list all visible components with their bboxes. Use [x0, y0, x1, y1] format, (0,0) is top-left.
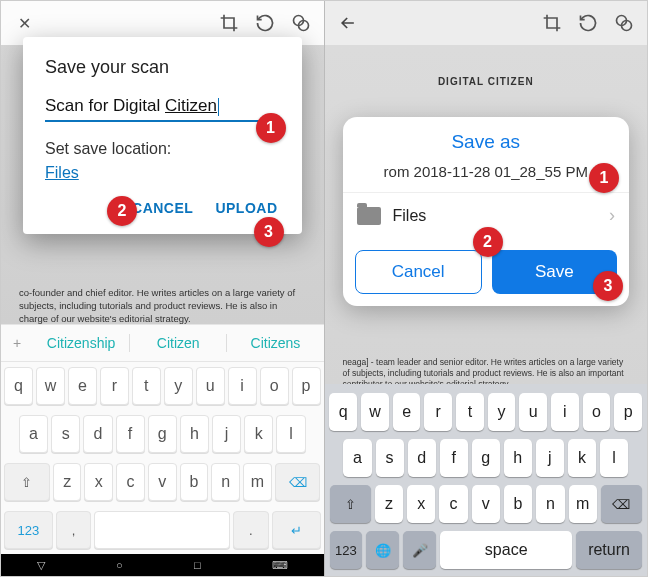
key-row-1: qwertyuiop: [1, 362, 324, 410]
chevron-right-icon: ›: [609, 205, 615, 226]
home-nav-icon[interactable]: ○: [116, 559, 123, 571]
key-x[interactable]: x: [84, 463, 113, 501]
key-l[interactable]: l: [600, 439, 628, 477]
key-o[interactable]: o: [260, 367, 289, 405]
rotate-icon[interactable]: [254, 12, 276, 34]
key-e[interactable]: e: [68, 367, 97, 405]
key-t[interactable]: t: [132, 367, 161, 405]
badge-3: 3: [593, 271, 623, 301]
key-h[interactable]: h: [180, 415, 209, 453]
key-w[interactable]: w: [361, 393, 389, 431]
backspace-key[interactable]: ⌫: [275, 463, 321, 501]
key-l[interactable]: l: [276, 415, 305, 453]
recent-nav-icon[interactable]: □: [194, 559, 201, 571]
key-f[interactable]: f: [440, 439, 468, 477]
key-z[interactable]: z: [375, 485, 403, 523]
key-u[interactable]: u: [196, 367, 225, 405]
key-f[interactable]: f: [116, 415, 145, 453]
key-d[interactable]: d: [408, 439, 436, 477]
backspace-key[interactable]: ⌫: [601, 485, 642, 523]
shift-key[interactable]: ⇧: [4, 463, 50, 501]
key-a[interactable]: a: [19, 415, 48, 453]
key-h[interactable]: h: [504, 439, 532, 477]
suggestion-3[interactable]: Citizens: [227, 335, 323, 351]
key-x[interactable]: x: [407, 485, 435, 523]
key-s[interactable]: s: [376, 439, 404, 477]
key-p[interactable]: p: [292, 367, 321, 405]
key-v[interactable]: v: [148, 463, 177, 501]
key-s[interactable]: s: [51, 415, 80, 453]
key-j[interactable]: j: [212, 415, 241, 453]
cancel-button[interactable]: Cancel: [355, 250, 482, 294]
suggestion-2[interactable]: Citizen: [130, 335, 226, 351]
numbers-key[interactable]: 123: [330, 531, 363, 569]
mic-key[interactable]: 🎤: [403, 531, 436, 569]
key-c[interactable]: c: [439, 485, 467, 523]
key-a[interactable]: a: [343, 439, 371, 477]
key-t[interactable]: t: [456, 393, 484, 431]
space-key[interactable]: [94, 511, 230, 549]
key-i[interactable]: i: [228, 367, 257, 405]
key-b[interactable]: b: [180, 463, 209, 501]
key-b[interactable]: b: [504, 485, 532, 523]
suggestion-1[interactable]: Citizenship: [33, 335, 129, 351]
space-key[interactable]: space: [440, 531, 572, 569]
rotate-icon[interactable]: [577, 12, 599, 34]
key-r[interactable]: r: [100, 367, 129, 405]
upload-button[interactable]: UPLOAD: [215, 200, 277, 216]
key-z[interactable]: z: [53, 463, 82, 501]
filter-icon[interactable]: [613, 12, 635, 34]
crop-icon[interactable]: [541, 12, 563, 34]
key-k[interactable]: k: [568, 439, 596, 477]
key-y[interactable]: y: [488, 393, 516, 431]
key-w[interactable]: w: [36, 367, 65, 405]
numbers-key[interactable]: 123: [4, 511, 53, 549]
key-i[interactable]: i: [551, 393, 579, 431]
period-key[interactable]: .: [233, 511, 268, 549]
key-d[interactable]: d: [83, 415, 112, 453]
android-navbar: ▽ ○ □ ⌨: [1, 554, 324, 576]
shift-key[interactable]: ⇧: [330, 485, 371, 523]
key-v[interactable]: v: [472, 485, 500, 523]
cancel-button[interactable]: CANCEL: [132, 200, 193, 216]
filename-input[interactable]: Scan for Digital Citizen: [45, 96, 280, 122]
badge-2: 2: [473, 227, 503, 257]
files-link[interactable]: Files: [45, 164, 79, 182]
key-row-4: 123 🌐 🎤 space return: [328, 527, 645, 573]
key-r[interactable]: r: [424, 393, 452, 431]
key-m[interactable]: m: [569, 485, 597, 523]
key-g[interactable]: g: [148, 415, 177, 453]
return-key[interactable]: return: [576, 531, 642, 569]
key-q[interactable]: q: [4, 367, 33, 405]
suggestion-plus[interactable]: +: [1, 335, 33, 351]
back-nav-icon[interactable]: ▽: [37, 559, 45, 572]
enter-key[interactable]: ↵: [272, 511, 321, 549]
badge-2: 2: [107, 196, 137, 226]
key-j[interactable]: j: [536, 439, 564, 477]
filter-icon[interactable]: [290, 12, 312, 34]
key-n[interactable]: n: [211, 463, 240, 501]
keyboard-nav-icon[interactable]: ⌨: [272, 559, 288, 572]
back-icon[interactable]: [337, 12, 359, 34]
android-keyboard: + Citizenship Citizen Citizens qwertyuio…: [1, 324, 324, 554]
close-icon[interactable]: ✕: [13, 12, 35, 34]
key-g[interactable]: g: [472, 439, 500, 477]
crop-icon[interactable]: [218, 12, 240, 34]
key-e[interactable]: e: [393, 393, 421, 431]
filename-display[interactable]: rom 2018-11-28 01_28_55 PM: [343, 157, 630, 192]
key-u[interactable]: u: [519, 393, 547, 431]
key-q[interactable]: q: [329, 393, 357, 431]
key-p[interactable]: p: [614, 393, 642, 431]
dialog-title: Save your scan: [45, 57, 280, 78]
key-y[interactable]: y: [164, 367, 193, 405]
key-c[interactable]: c: [116, 463, 145, 501]
location-label: Files: [393, 207, 427, 225]
key-n[interactable]: n: [536, 485, 564, 523]
globe-key[interactable]: 🌐: [366, 531, 399, 569]
key-row-3: ⇧ zxcvbnm ⌫: [328, 481, 645, 527]
key-o[interactable]: o: [583, 393, 611, 431]
comma-key[interactable]: ,: [56, 511, 91, 549]
ios-screenshot: DIGITAL CITIZEN Save as rom 2018-11-28 0…: [325, 1, 648, 576]
key-m[interactable]: m: [243, 463, 272, 501]
key-k[interactable]: k: [244, 415, 273, 453]
